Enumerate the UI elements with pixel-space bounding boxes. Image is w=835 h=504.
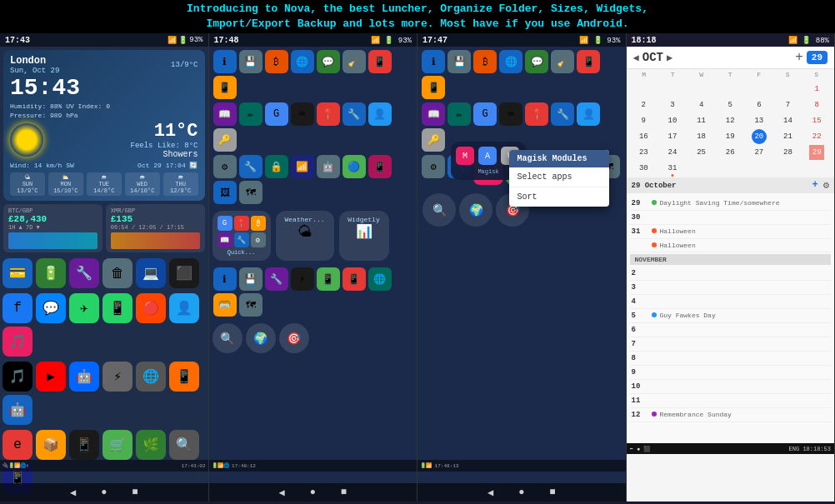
clean-icon[interactable]: 🧹 bbox=[342, 50, 366, 73]
utilities-icon[interactable]: 🔧 bbox=[239, 155, 262, 178]
cal-day[interactable] bbox=[694, 82, 709, 97]
whatsapp-icon[interactable]: 📱 bbox=[102, 293, 132, 323]
app-p3-17[interactable]: ⚙ bbox=[422, 155, 445, 178]
ebay-icon[interactable]: e bbox=[2, 430, 32, 460]
app-p3-3[interactable]: ₿ bbox=[473, 50, 497, 73]
cal-day-25[interactable]: 25 bbox=[694, 145, 709, 160]
cal-day-16[interactable]: 16 bbox=[636, 129, 651, 144]
apps-tiling-icon[interactable]: A bbox=[478, 147, 497, 165]
amazon-icon[interactable]: 📦 bbox=[36, 430, 66, 460]
app-icon[interactable]: 🌿 bbox=[136, 430, 166, 460]
facebook-icon[interactable]: f bbox=[2, 293, 32, 323]
chatgpt-icon[interactable]: 🤖 bbox=[69, 362, 99, 392]
app-p3-4[interactable]: 🌐 bbox=[499, 50, 522, 73]
bitcoin-icon[interactable]: ₿ bbox=[265, 50, 288, 73]
cal-day-6[interactable]: 6 bbox=[752, 97, 767, 112]
magisk-icon[interactable]: 🔧 bbox=[265, 267, 288, 291]
cal-day-22[interactable]: 22 bbox=[809, 129, 824, 144]
cal-day[interactable] bbox=[722, 82, 738, 97]
app-icon[interactable]: 🗑 bbox=[102, 258, 132, 288]
cal-day-24[interactable]: 24 bbox=[665, 145, 680, 160]
system-icon[interactable]: ⚙ bbox=[213, 155, 237, 178]
menu-button-1[interactable]: ■ bbox=[132, 487, 138, 498]
cal-day-23[interactable]: 23 bbox=[636, 145, 651, 160]
root-icon[interactable]: 🔑 bbox=[213, 128, 237, 152]
app-icon[interactable]: 🔍 bbox=[169, 430, 199, 460]
menu-button-3[interactable]: ■ bbox=[549, 487, 555, 498]
sort-item[interactable]: Sort bbox=[509, 187, 609, 207]
cal-day-15[interactable]: 15 bbox=[809, 113, 824, 128]
vpn-icon[interactable]: 🔒 bbox=[265, 155, 288, 178]
app-p3-5[interactable]: 💬 bbox=[525, 50, 548, 73]
cal-day-5[interactable]: 5 bbox=[722, 97, 738, 112]
cal-day-3[interactable]: 3 bbox=[665, 97, 680, 112]
prev-month-btn[interactable]: ◀ bbox=[633, 52, 639, 64]
tiktok-icon[interactable]: 🎵 bbox=[2, 362, 32, 392]
mapper-2[interactable]: 🗺 bbox=[239, 293, 262, 317]
app-icon[interactable]: 📱 bbox=[169, 362, 199, 392]
telegram-icon[interactable]: ✈ bbox=[69, 293, 99, 323]
app-icon[interactable]: ⬛ bbox=[169, 258, 199, 288]
quick-folder[interactable]: G 📍 ₿ 📖 🔧 ⚙ Quick... bbox=[212, 211, 271, 261]
cal-day-28[interactable]: 28 bbox=[781, 145, 796, 160]
app-icon[interactable]: 📱 bbox=[368, 50, 392, 73]
cal-day-17[interactable]: 17 bbox=[665, 129, 680, 144]
cal-day-7[interactable]: 7 bbox=[781, 97, 796, 112]
app-icon[interactable]: 📱 bbox=[69, 430, 99, 460]
cal-day[interactable] bbox=[665, 82, 680, 97]
app-p3-16[interactable]: 🔑 bbox=[422, 128, 445, 152]
app-icon[interactable]: 💳 bbox=[2, 258, 32, 288]
app-p3-8[interactable]: 📱 bbox=[422, 76, 445, 99]
quick-btn-2[interactable]: 🌍 bbox=[246, 323, 276, 353]
cal-day-1[interactable]: 1 bbox=[809, 82, 824, 97]
app-icon-5[interactable]: 🌐 bbox=[368, 267, 392, 291]
widget-folder[interactable]: Widgetly 📊 bbox=[339, 211, 389, 261]
cal-day-9[interactable]: 9 bbox=[636, 113, 651, 128]
app-p3-10[interactable]: ✏ bbox=[448, 102, 471, 126]
app-icon-2[interactable]: ⚡ bbox=[291, 267, 314, 291]
imagefar-icon[interactable]: 🖼 bbox=[213, 181, 237, 204]
vr-icon[interactable]: 🥽 bbox=[213, 293, 237, 317]
mapper-icon[interactable]: 🗺 bbox=[239, 181, 262, 204]
cal-day-19[interactable]: 19 bbox=[722, 129, 738, 144]
backup-icon[interactable]: 💾 bbox=[239, 50, 262, 73]
quick-btn-3[interactable]: 🎯 bbox=[279, 323, 309, 353]
cal-day-4[interactable]: 4 bbox=[694, 97, 709, 112]
app-icon[interactable]: 👤 bbox=[169, 293, 199, 323]
chat-icon[interactable]: 💬 bbox=[317, 50, 340, 73]
cal-day-18[interactable]: 18 bbox=[694, 129, 709, 144]
app-icon[interactable]: 💻 bbox=[136, 258, 166, 288]
app-p3-14[interactable]: 🔧 bbox=[551, 102, 574, 126]
cal-day-2[interactable]: 2 bbox=[636, 97, 651, 112]
settings-icon[interactable]: ⚙ bbox=[823, 179, 829, 192]
weather2-folder[interactable]: Weather... 🌤 bbox=[276, 211, 334, 261]
app-icon[interactable]: ⚡ bbox=[102, 362, 132, 392]
accounts-icon[interactable]: 👤 bbox=[368, 102, 392, 126]
home-button-2[interactable]: ● bbox=[310, 487, 316, 498]
google-icon[interactable]: G bbox=[265, 102, 288, 126]
cal-day[interactable] bbox=[781, 82, 796, 97]
cal-day[interactable] bbox=[636, 82, 651, 97]
app-icon[interactable]: 🔋 bbox=[36, 258, 66, 288]
app-info-icon[interactable]: ℹ bbox=[213, 50, 237, 73]
cal-day-13[interactable]: 13 bbox=[752, 113, 767, 128]
browser-icon[interactable]: 🌐 bbox=[291, 50, 314, 73]
quick-tile-2[interactable]: 🌍 bbox=[459, 193, 492, 227]
magisk-icon-1[interactable]: M bbox=[456, 147, 474, 165]
back-button-3[interactable]: ◀ bbox=[488, 487, 493, 499]
menu-button-2[interactable]: ■ bbox=[341, 487, 347, 498]
app-icon[interactable]: 🤖 bbox=[2, 395, 32, 425]
today-date-badge[interactable]: 29 bbox=[807, 51, 828, 64]
cal-day-31[interactable]: 31 bbox=[665, 161, 680, 176]
app-p3-9[interactable]: 📖 bbox=[422, 102, 445, 126]
app-p3-7[interactable]: 📱 bbox=[577, 50, 600, 73]
cal-day-10[interactable]: 10 bbox=[665, 113, 680, 128]
add-event-btn[interactable]: + bbox=[795, 50, 803, 65]
cal-day[interactable] bbox=[752, 82, 767, 97]
home-button-1[interactable]: ● bbox=[101, 487, 107, 498]
editing-icon[interactable]: ✏ bbox=[239, 102, 262, 126]
app-p3-1[interactable]: ℹ bbox=[422, 50, 445, 73]
back-button-2[interactable]: ◀ bbox=[278, 487, 284, 499]
app-p3-13[interactable]: 📍 bbox=[525, 102, 548, 126]
cal-day-29[interactable]: 29 bbox=[809, 145, 824, 160]
